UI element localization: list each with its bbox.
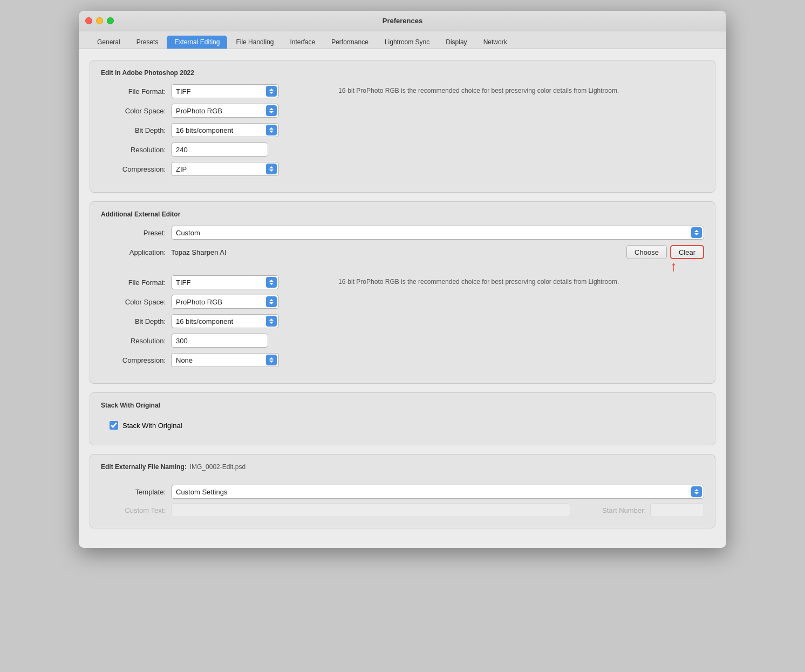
bottom-row: Custom Text: Start Number: xyxy=(101,499,704,517)
tab-general[interactable]: General xyxy=(90,36,128,49)
photoshop-form: File Format: TIFF Color Space: xyxy=(101,84,704,181)
additional-hint: 16-bit ProPhoto RGB is the recommended c… xyxy=(338,278,619,286)
add-bit-depth-select[interactable]: 16 bits/component xyxy=(171,314,279,328)
clear-button[interactable]: Clear xyxy=(670,245,704,259)
add-file-format-select[interactable]: TIFF xyxy=(171,275,279,289)
add-color-space-label: Color Space: xyxy=(101,298,166,306)
preset-select-wrap: Custom xyxy=(171,226,704,240)
add-file-format-label: File Format: xyxy=(101,279,166,287)
photoshop-right-col: 16-bit ProPhoto RGB is the recommended c… xyxy=(328,84,704,96)
additional-right-col: 16-bit ProPhoto RGB is the recommended c… xyxy=(328,275,704,287)
file-naming-title: Edit Externally File Naming: xyxy=(101,463,187,471)
application-row: Application: Topaz Sharpen AI Choose Cle… xyxy=(101,245,704,259)
app-buttons: Choose Clear xyxy=(626,245,704,259)
tab-file-handling[interactable]: File Handling xyxy=(228,36,281,49)
content-area: Edit in Adobe Photoshop 2022 File Format… xyxy=(79,49,726,548)
file-format-row: File Format: TIFF xyxy=(101,84,328,98)
compression-select-wrap: ZIP xyxy=(171,162,279,176)
resolution-input[interactable] xyxy=(171,142,268,157)
compression-label: Compression: xyxy=(101,165,166,173)
close-button[interactable] xyxy=(85,17,92,24)
add-compression-label: Compression: xyxy=(101,356,166,364)
color-space-label: Color Space: xyxy=(101,107,166,115)
template-select[interactable]: Custom Settings xyxy=(171,485,704,499)
additional-form: File Format: TIFF Color Space: xyxy=(101,275,704,372)
file-format-label: File Format: xyxy=(101,87,166,96)
add-resolution-label: Resolution: xyxy=(101,337,166,345)
add-bit-depth-select-wrap: 16 bits/component xyxy=(171,314,279,328)
tabs-bar: General Presets External Editing File Ha… xyxy=(79,31,726,49)
compression-row: Compression: ZIP xyxy=(101,162,328,176)
maximize-button[interactable] xyxy=(107,17,114,24)
tab-lightroom-sync[interactable]: Lightroom Sync xyxy=(377,36,437,49)
tab-external-editing[interactable]: External Editing xyxy=(167,36,227,49)
add-file-format-row: File Format: TIFF xyxy=(101,275,328,289)
custom-text-input-wrap xyxy=(171,503,570,517)
add-color-space-row: Color Space: ProPhoto RGB xyxy=(101,295,328,309)
add-resolution-row: Resolution: xyxy=(101,334,328,348)
photoshop-left-col: File Format: TIFF Color Space: xyxy=(101,84,328,181)
application-value: Topaz Sharpen AI xyxy=(171,248,626,256)
bit-depth-label: Bit Depth: xyxy=(101,126,166,134)
tab-network[interactable]: Network xyxy=(476,36,515,49)
add-compression-select-wrap: None xyxy=(171,353,279,367)
color-space-select-wrap: ProPhoto RGB xyxy=(171,104,279,118)
preset-select[interactable]: Custom xyxy=(171,226,704,240)
preferences-window: Preferences General Presets External Edi… xyxy=(79,11,726,548)
start-number-input[interactable] xyxy=(650,503,704,517)
additional-section-title: Additional External Editor xyxy=(101,211,704,218)
template-select-wrap: Custom Settings xyxy=(171,485,704,499)
add-compression-row: Compression: None xyxy=(101,353,328,367)
custom-text-label: Custom Text: xyxy=(101,506,166,514)
application-label: Application: xyxy=(101,248,166,256)
custom-text-input[interactable] xyxy=(171,503,570,517)
add-color-space-select-wrap: ProPhoto RGB xyxy=(171,295,279,309)
photoshop-section: Edit in Adobe Photoshop 2022 File Format… xyxy=(90,60,715,193)
add-bit-depth-label: Bit Depth: xyxy=(101,317,166,325)
add-color-space-select[interactable]: ProPhoto RGB xyxy=(171,295,279,309)
stack-section: Stack With Original Stack With Original xyxy=(90,392,715,445)
file-format-select-wrap: TIFF xyxy=(171,84,279,98)
file-format-select[interactable]: TIFF xyxy=(171,84,279,98)
resolution-label: Resolution: xyxy=(101,146,166,154)
photoshop-section-title: Edit in Adobe Photoshop 2022 xyxy=(101,69,704,77)
template-label: Template: xyxy=(101,488,166,496)
preset-label: Preset: xyxy=(101,229,166,237)
stack-checkbox-row: Stack With Original xyxy=(101,417,704,434)
photoshop-hint: 16-bit ProPhoto RGB is the recommended c… xyxy=(338,87,619,94)
preset-row: Preset: Custom xyxy=(101,226,704,240)
file-naming-filename: IMG_0002-Edit.psd xyxy=(190,463,245,471)
add-compression-select[interactable]: None xyxy=(171,353,279,367)
additional-section: Additional External Editor Preset: Custo… xyxy=(90,201,715,384)
tab-interface[interactable]: Interface xyxy=(282,36,323,49)
stack-checkbox-label: Stack With Original xyxy=(122,422,182,430)
color-space-select[interactable]: ProPhoto RGB xyxy=(171,104,279,118)
window-title: Preferences xyxy=(383,17,422,25)
red-arrow-annotation: ↑ xyxy=(670,259,677,273)
template-row: Template: Custom Settings xyxy=(101,485,704,499)
start-number-label: Start Number: xyxy=(581,506,646,514)
tab-performance[interactable]: Performance xyxy=(324,36,376,49)
bit-depth-row: Bit Depth: 16 bits/component xyxy=(101,123,328,137)
color-space-row: Color Space: ProPhoto RGB xyxy=(101,104,328,118)
add-resolution-input[interactable] xyxy=(171,334,268,348)
compression-select[interactable]: ZIP xyxy=(171,162,279,176)
bit-depth-select-wrap: 16 bits/component xyxy=(171,123,279,137)
additional-left-col: File Format: TIFF Color Space: xyxy=(101,275,328,372)
titlebar: Preferences xyxy=(79,11,726,31)
add-file-format-select-wrap: TIFF xyxy=(171,275,279,289)
stack-checkbox[interactable] xyxy=(110,421,118,430)
add-bit-depth-row: Bit Depth: 16 bits/component xyxy=(101,314,328,328)
file-naming-section: Edit Externally File Naming: IMG_0002-Ed… xyxy=(90,454,715,528)
tab-presets[interactable]: Presets xyxy=(129,36,166,49)
traffic-lights xyxy=(85,17,114,24)
minimize-button[interactable] xyxy=(96,17,103,24)
resolution-row: Resolution: xyxy=(101,142,328,157)
choose-button[interactable]: Choose xyxy=(626,245,667,259)
tab-display[interactable]: Display xyxy=(438,36,474,49)
stack-section-title: Stack With Original xyxy=(101,402,704,409)
bit-depth-select[interactable]: 16 bits/component xyxy=(171,123,279,137)
